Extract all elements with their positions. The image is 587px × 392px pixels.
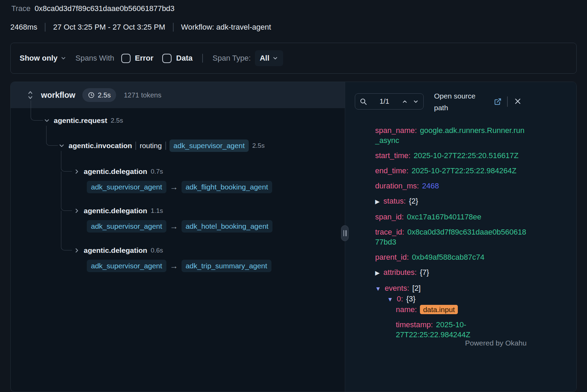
field-span-id: span_id:0xc17a167b401178ee <box>375 212 527 222</box>
delegation-agents: adk_supervisor_agent → adk_hotel_booking… <box>87 219 272 233</box>
span-row-invocation[interactable]: agentic.invocation routing adk_superviso… <box>58 139 265 153</box>
agent-pill-to[interactable]: adk_flight_booking_agent <box>182 181 272 193</box>
search-input[interactable]: 1/1 <box>355 93 424 110</box>
collapsed-arrow-icon[interactable]: ▶ <box>375 197 380 207</box>
panel-resize-handle[interactable] <box>341 225 349 241</box>
expand-collapse-icon[interactable] <box>27 90 34 100</box>
trace-id: 0x8ca0d3d7f89c631daae0b56061877bd3 <box>34 4 174 13</box>
agent-pill-to[interactable]: adk_hotel_booking_agent <box>182 220 273 233</box>
span-duration: 0.6s <box>151 247 163 254</box>
workflow-header: workflow 2.5s 1271 tokens <box>11 82 345 108</box>
chevron-down-icon[interactable] <box>413 99 419 105</box>
divider <box>135 142 136 150</box>
trace-meta: 2468ms 27 Oct 3:25 PM - 27 Oct 3:25 PM W… <box>10 23 271 32</box>
field-event-timestamp: timestamp:2025-10-27T22:25:22.984244Z <box>375 320 527 340</box>
event-name-badge: data.input <box>420 305 458 314</box>
trace-workflow: Workflow: adk-travel-agent <box>181 23 271 32</box>
agent-pill-from[interactable]: adk_supervisor_agent <box>87 220 166 233</box>
divider <box>165 142 166 150</box>
span-row-delegation[interactable]: agentic.delegation 0.6s <box>73 244 163 257</box>
open-source-path-link[interactable]: Open source path <box>434 90 489 114</box>
span-duration: 2.5s <box>111 117 123 124</box>
drag-grip-icon <box>346 230 347 236</box>
chevron-up-icon[interactable] <box>402 99 408 105</box>
data-checkbox[interactable] <box>162 54 172 63</box>
field-events: ▼events:[2] <box>375 283 527 294</box>
powered-by-watermark: Powered by Okahu <box>465 339 527 347</box>
field-attributes: ▶attributes:{7} <box>375 267 527 278</box>
workflow-duration: 2.5s <box>98 91 111 99</box>
chevron-down-icon <box>272 55 278 61</box>
span-row-request[interactable]: agentic.request 2.5s <box>43 114 123 127</box>
span-row-delegation[interactable]: agentic.delegation 0.7s <box>73 165 163 178</box>
agent-pill-from[interactable]: adk_supervisor_agent <box>87 181 166 193</box>
span-type-value: All <box>260 54 269 63</box>
trace-header: Trace 0x8ca0d3d7f89c631daae0b56061877bd3 <box>11 4 175 13</box>
chevron-down-icon <box>60 55 66 61</box>
external-link-icon[interactable] <box>494 98 502 105</box>
agent-pill-from[interactable]: adk_supervisor_agent <box>87 260 166 272</box>
chevron-down-icon[interactable] <box>43 117 50 124</box>
field-span-name: span_name:google.adk.runners.Runner.run_… <box>375 125 527 145</box>
delegation-agents: adk_supervisor_agent → adk_flight_bookin… <box>87 180 272 194</box>
filter-bar: Show only Spans With Error Data Span Typ… <box>10 43 577 74</box>
drag-grip-icon <box>343 230 344 236</box>
workflow-root-label[interactable]: workflow <box>41 91 75 100</box>
tree-connector <box>61 211 72 250</box>
chevron-right-icon[interactable] <box>73 207 80 214</box>
tree-connector <box>61 151 72 172</box>
chevron-right-icon[interactable] <box>73 168 80 175</box>
data-checkbox-label: Data <box>176 54 193 63</box>
span-label: agentic.invocation <box>69 142 132 150</box>
error-checkbox-label: Error <box>135 54 154 63</box>
spans-with-label: Spans With <box>75 54 114 63</box>
span-duration: 1.1s <box>151 207 163 215</box>
token-count: 1271 tokens <box>124 91 161 99</box>
field-status: ▶status:{2} <box>375 196 527 207</box>
span-duration: 2.5s <box>252 142 265 149</box>
clock-icon <box>88 92 95 99</box>
field-event-0: ▼0:{3} <box>375 294 527 305</box>
tree-connector <box>31 101 43 121</box>
collapsed-arrow-icon[interactable]: ▶ <box>375 268 380 278</box>
agent-pill-supervisor[interactable]: adk_supervisor_agent <box>169 140 249 152</box>
trace-time-range: 27 Oct 3:25 PM - 27 Oct 3:25 PM <box>53 23 165 32</box>
tree-connector <box>61 172 72 211</box>
span-label: agentic.delegation <box>84 207 147 215</box>
field-end-time: end_time:2025-10-27T22:25:22.984264Z <box>375 166 527 176</box>
tree-connector <box>46 126 58 146</box>
show-only-label: Show only <box>20 54 58 63</box>
span-label: agentic.request <box>54 116 107 125</box>
field-duration-ms: duration_ms:2468 <box>375 181 527 191</box>
span-detail-panel: 1/1 Open source path span_name:google.ad… <box>345 82 577 392</box>
field-trace-id: trace_id:0x8ca0d3d7f89c631daae0b56061877… <box>375 227 527 247</box>
trace-duration: 2468ms <box>10 23 37 32</box>
divider <box>173 23 174 32</box>
divider <box>202 54 203 63</box>
search-match-count: 1/1 <box>372 97 397 105</box>
span-type-dropdown[interactable]: All <box>255 50 283 66</box>
arrow-right-icon: → <box>170 183 178 191</box>
chevron-down-icon[interactable] <box>58 142 65 149</box>
span-row-delegation[interactable]: agentic.delegation 1.1s <box>73 205 163 217</box>
span-type: routing <box>140 142 162 150</box>
span-fields: span_name:google.adk.runners.Runner.run_… <box>375 125 527 345</box>
show-only-dropdown[interactable]: Show only <box>20 54 66 63</box>
expanded-arrow-icon[interactable]: ▼ <box>375 284 381 294</box>
trace-label: Trace <box>11 4 30 13</box>
arrow-right-icon: → <box>170 222 178 230</box>
search-icon <box>360 98 367 105</box>
field-start-time: start_time:2025-10-27T22:25:20.516617Z <box>375 151 527 161</box>
field-event-name: name:data.input <box>375 305 527 314</box>
field-parent-id: parent_id:0xb49af588cab87c74 <box>375 252 527 262</box>
span-duration: 0.7s <box>151 168 163 175</box>
span-type-label: Span Type: <box>213 54 251 63</box>
delegation-agents: adk_supervisor_agent → adk_trip_summary_… <box>87 259 271 273</box>
close-icon[interactable] <box>514 97 522 105</box>
agent-pill-to[interactable]: adk_trip_summary_agent <box>182 260 271 272</box>
expanded-arrow-icon[interactable]: ▼ <box>387 295 393 305</box>
error-checkbox[interactable] <box>121 54 131 63</box>
chevron-right-icon[interactable] <box>73 247 80 254</box>
span-label: agentic.delegation <box>84 246 147 255</box>
workflow-duration-pill: 2.5s <box>82 88 116 102</box>
